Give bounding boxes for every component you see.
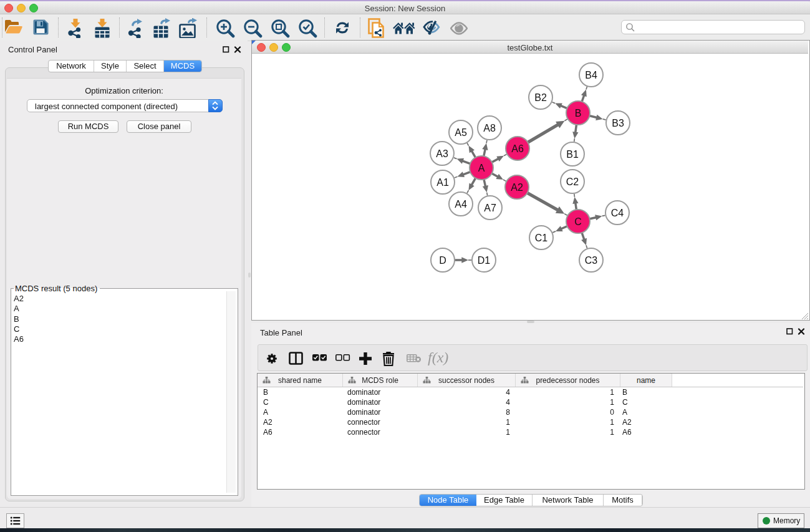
svg-text:A7: A7 xyxy=(484,203,496,213)
svg-text:D: D xyxy=(439,255,446,266)
svg-text:B4: B4 xyxy=(585,70,597,80)
svg-text:B1: B1 xyxy=(566,149,579,160)
svg-text:C: C xyxy=(574,216,582,227)
svg-text:A2: A2 xyxy=(511,182,523,193)
svg-text:A5: A5 xyxy=(455,127,467,138)
svg-text:B2: B2 xyxy=(534,92,547,103)
svg-text:C1: C1 xyxy=(535,233,548,243)
svg-text:A8: A8 xyxy=(483,123,496,133)
svg-text:D1: D1 xyxy=(478,255,491,266)
svg-text:C2: C2 xyxy=(566,177,579,187)
svg-text:A1: A1 xyxy=(436,177,449,188)
svg-text:C4: C4 xyxy=(611,208,624,218)
svg-text:A: A xyxy=(478,163,485,173)
svg-text:C3: C3 xyxy=(585,255,598,266)
svg-text:A4: A4 xyxy=(455,199,467,210)
svg-text:B3: B3 xyxy=(612,118,624,128)
svg-text:B: B xyxy=(575,108,582,118)
svg-text:A6: A6 xyxy=(511,143,524,154)
svg-text:A3: A3 xyxy=(436,148,448,159)
